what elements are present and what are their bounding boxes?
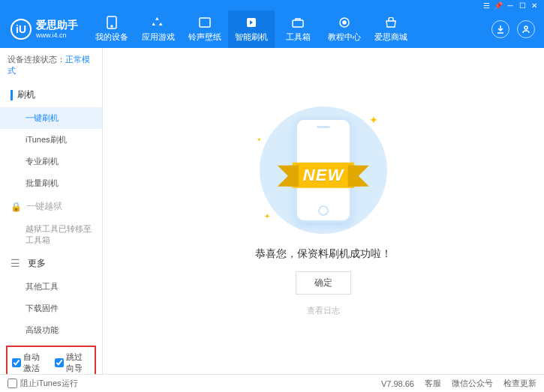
titlebar: ☰ 📌 ─ ☐ ✕ (0, 0, 544, 10)
connection-status: 设备连接状态：正常模式 (0, 48, 102, 82)
nav: 我的设备 应用游戏 铃声壁纸 智能刷机 工具箱 教程中心 爱思商城 (89, 10, 491, 48)
star-icon: ✦ (257, 136, 262, 143)
star-icon: ✦ (264, 212, 270, 220)
section-title: 刷机 (17, 88, 35, 101)
options-highlight-box: 自动激活 跳过向导 (6, 346, 96, 374)
apps-icon (152, 16, 165, 29)
sidebar-item-advanced[interactable]: 高级功能 (0, 319, 102, 341)
user-button[interactable] (517, 20, 535, 38)
star-icon: ✦ (369, 114, 378, 126)
titlebar-pin-icon[interactable]: 📌 (494, 1, 502, 9)
nav-store[interactable]: 爱思商城 (368, 10, 414, 48)
svg-point-6 (343, 21, 346, 24)
titlebar-menu-icon[interactable]: ☰ (482, 1, 490, 9)
section-title: 一键越狱 (26, 200, 62, 213)
footer: 阻止iTunes运行 V7.98.66 客服 微信公众号 检查更新 (0, 374, 544, 392)
header: iU 爱思助手 www.i4.cn 我的设备 应用游戏 铃声壁纸 智能刷机 工具… (0, 10, 544, 48)
nav-label: 应用游戏 (142, 31, 175, 43)
footer-update-link[interactable]: 检查更新 (503, 378, 536, 389)
sidebar-item-oneclick-flash[interactable]: 一键刷机 (0, 107, 102, 129)
nav-label: 爱思商城 (374, 31, 407, 43)
checkbox-auto-activate[interactable]: 自动激活 (12, 352, 47, 374)
nav-tutorials[interactable]: 教程中心 (321, 10, 368, 48)
titlebar-maximize-icon[interactable]: ☐ (518, 1, 526, 9)
nav-label: 教程中心 (328, 31, 361, 43)
main-content: NEW ✦ ✦ ✦ 恭喜您，保资料刷机成功啦！ 确定 查看日志 (103, 48, 544, 374)
footer-service-link[interactable]: 客服 (425, 378, 441, 389)
sidebar-item-download-firmware[interactable]: 下载固件 (0, 298, 102, 319)
jailbreak-note: 越狱工具已转移至工具箱 (0, 219, 102, 251)
checkbox-block-itunes[interactable]: 阻止iTunes运行 (8, 378, 78, 389)
tutorial-icon (338, 16, 351, 29)
svg-rect-4 (293, 20, 303, 27)
success-illustration: NEW ✦ ✦ ✦ (260, 106, 387, 234)
new-ribbon-icon: NEW (293, 162, 354, 187)
nav-label: 工具箱 (286, 31, 311, 43)
view-log-link[interactable]: 查看日志 (307, 305, 340, 316)
nav-apps-games[interactable]: 应用游戏 (135, 10, 182, 48)
sidebar-item-itunes-flash[interactable]: iTunes刷机 (0, 129, 102, 151)
svg-rect-2 (200, 18, 210, 27)
more-icon: ☰ (11, 257, 20, 269)
sidebar-item-batch-flash[interactable]: 批量刷机 (0, 172, 102, 194)
logo-icon: iU (11, 19, 32, 40)
nav-smart-flash[interactable]: 智能刷机 (228, 10, 275, 48)
sidebar-section-flash[interactable]: 刷机 (0, 82, 102, 107)
ok-button[interactable]: 确定 (296, 271, 351, 295)
section-bar-icon (11, 90, 13, 100)
block-itunes-input[interactable] (8, 379, 17, 388)
section-title: 更多 (28, 257, 46, 270)
nav-ringtone-wallpaper[interactable]: 铃声壁纸 (182, 10, 228, 48)
nav-toolbox[interactable]: 工具箱 (275, 10, 321, 48)
sidebar-item-pro-flash[interactable]: 专业刷机 (0, 151, 102, 172)
sidebar-item-other-tools[interactable]: 其他工具 (0, 276, 102, 298)
nav-label: 智能刷机 (235, 31, 268, 43)
store-icon (384, 16, 398, 29)
sidebar-section-more[interactable]: ☰ 更多 (0, 251, 102, 276)
nav-label: 铃声壁纸 (188, 31, 221, 43)
nav-label: 我的设备 (95, 31, 128, 43)
titlebar-close-icon[interactable]: ✕ (530, 1, 538, 9)
flash-icon (245, 16, 258, 29)
toolbox-icon (291, 16, 305, 29)
app-url: www.i4.cn (36, 31, 78, 40)
wallpaper-icon (198, 16, 212, 29)
footer-wechat-link[interactable]: 微信公众号 (452, 378, 493, 389)
auto-activate-input[interactable] (12, 358, 21, 367)
sidebar-section-jailbreak: 🔒 一键越狱 (0, 194, 102, 219)
version-label: V7.98.66 (381, 379, 414, 388)
lock-icon: 🔒 (11, 202, 22, 212)
checkbox-skip-guide[interactable]: 跳过向导 (55, 352, 90, 374)
sidebar: 设备连接状态：正常模式 刷机 一键刷机 iTunes刷机 专业刷机 批量刷机 🔒… (0, 48, 103, 374)
success-message: 恭喜您，保资料刷机成功啦！ (255, 247, 392, 261)
svg-point-1 (111, 25, 113, 27)
app-title: 爱思助手 (36, 19, 78, 31)
svg-point-7 (524, 26, 527, 29)
phone-icon (105, 16, 119, 29)
titlebar-minimize-icon[interactable]: ─ (506, 1, 514, 9)
logo: iU 爱思助手 www.i4.cn (0, 19, 89, 40)
skip-guide-input[interactable] (55, 358, 64, 367)
nav-my-device[interactable]: 我的设备 (89, 10, 135, 48)
download-button[interactable] (491, 20, 509, 38)
